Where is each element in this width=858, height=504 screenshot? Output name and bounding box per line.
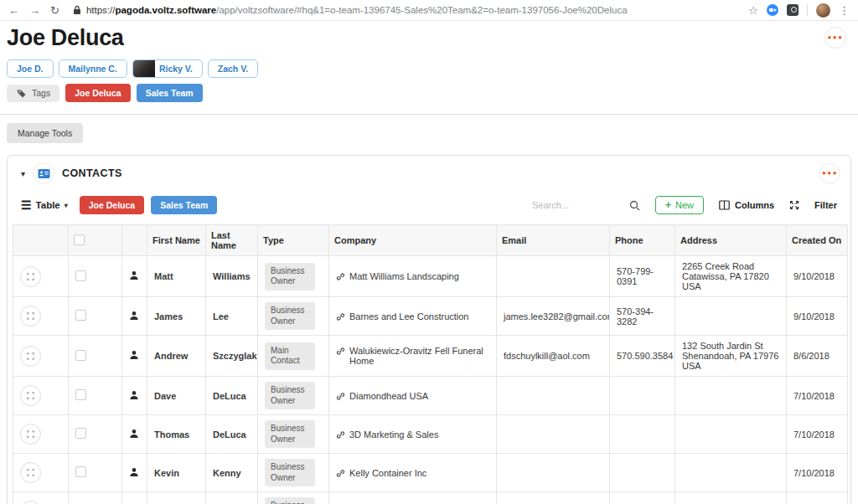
- section-divider: [0, 114, 858, 115]
- type-badge: Business Owner: [265, 420, 315, 448]
- contacts-section-title: CONTACTS: [62, 167, 122, 179]
- col-last-name[interactable]: Last Name: [206, 225, 258, 256]
- expand-button[interactable]: [789, 200, 799, 210]
- col-email[interactable]: Email: [497, 225, 610, 256]
- back-icon[interactable]: ←: [8, 5, 19, 16]
- expand-icon: [789, 200, 799, 210]
- page-options-button[interactable]: ●●●: [824, 27, 846, 49]
- row-checkbox[interactable]: [75, 428, 86, 439]
- company-cell[interactable]: Matt Williams Landscaping: [329, 256, 497, 297]
- address-cell[interactable]: [675, 454, 787, 492]
- columns-button[interactable]: Columns: [719, 200, 774, 210]
- phone-cell[interactable]: 570-799-0391: [610, 256, 675, 297]
- row-checkbox[interactable]: [75, 466, 86, 477]
- new-button[interactable]: + New: [655, 196, 704, 214]
- address-cell[interactable]: [675, 377, 787, 415]
- email-cell[interactable]: james.lee3282@gmail.com: [497, 297, 610, 336]
- type-badge: Business Owner: [265, 263, 315, 291]
- address-cell[interactable]: [675, 297, 787, 336]
- company-cell[interactable]: Hopsie Inc: [329, 492, 497, 504]
- first-name-cell[interactable]: Andrew: [147, 336, 206, 377]
- phone-cell[interactable]: 570.590.3584: [610, 336, 675, 377]
- filter-button[interactable]: Filter: [814, 200, 837, 210]
- filter-tag-joe-deluca[interactable]: Joe Deluca: [80, 196, 144, 214]
- col-first-name[interactable]: First Name: [147, 225, 206, 256]
- person-pill-zach-v[interactable]: Zach V.: [208, 59, 258, 78]
- company-cell[interactable]: Kelly Container Inc: [329, 454, 497, 492]
- person-pill-mailynne-c[interactable]: Mailynne C.: [59, 59, 127, 78]
- col-phone[interactable]: Phone: [610, 225, 675, 256]
- email-cell[interactable]: [497, 454, 610, 492]
- phone-cell[interactable]: [610, 415, 675, 454]
- address-cell[interactable]: 2265 Creek Road Catawissa, PA 17820 USA: [675, 256, 787, 297]
- collapse-caret-icon[interactable]: ▾: [21, 169, 25, 178]
- drag-handle[interactable]: [20, 424, 41, 445]
- address-cell[interactable]: [675, 415, 787, 454]
- move-icon: [26, 311, 35, 321]
- first-name-cell[interactable]: Thomas: [147, 415, 206, 454]
- tags-button[interactable]: Tags: [7, 85, 59, 102]
- phone-cell[interactable]: [610, 454, 675, 492]
- last-name-cell[interactable]: Williams: [206, 256, 258, 297]
- reload-icon[interactable]: ↻: [50, 5, 59, 16]
- browser-menu-icon[interactable]: ⋮: [839, 5, 850, 16]
- select-all-checkbox[interactable]: [74, 234, 85, 245]
- company-cell[interactable]: Diamondhead USA: [329, 377, 497, 415]
- last-name-cell[interactable]: DeLuca: [206, 377, 258, 415]
- last-name-cell[interactable]: Szczyglak: [206, 336, 258, 377]
- email-cell[interactable]: [497, 492, 610, 504]
- company-cell[interactable]: Walukiewicz-Oravitz Fell Funeral Home: [329, 336, 497, 377]
- forward-icon[interactable]: →: [29, 5, 40, 16]
- drag-handle[interactable]: [20, 385, 41, 406]
- first-name-cell[interactable]: Kevin: [147, 454, 206, 492]
- row-checkbox[interactable]: [75, 310, 86, 321]
- contacts-options-button[interactable]: ●●●: [819, 163, 840, 184]
- last-name-cell[interactable]: Kenny: [206, 454, 258, 492]
- tag-joe-deluca[interactable]: Joe Deluca: [65, 84, 130, 102]
- browser-profile-avatar[interactable]: [816, 3, 830, 18]
- filter-tag-sales-team[interactable]: Sales Team: [151, 196, 217, 214]
- person-pill-ricky-v[interactable]: Ricky V.: [132, 59, 203, 78]
- company-cell[interactable]: Barnes and Lee Construction: [329, 297, 497, 336]
- tag-sales-team[interactable]: Sales Team: [137, 84, 203, 102]
- phone-cell[interactable]: [610, 377, 675, 415]
- email-cell[interactable]: [497, 377, 610, 415]
- address-cell[interactable]: 132 South Jardin St Shenandoah, PA 17976…: [675, 336, 787, 377]
- email-cell[interactable]: [497, 415, 610, 454]
- type-cell: Main Contact: [258, 336, 329, 377]
- extension-icon[interactable]: [787, 4, 799, 16]
- drag-handle[interactable]: [20, 346, 41, 367]
- email-cell[interactable]: [497, 256, 610, 297]
- drag-handle[interactable]: [20, 306, 41, 327]
- zoom-extension-icon[interactable]: [767, 4, 778, 16]
- col-created-on[interactable]: Created On: [787, 225, 848, 256]
- last-name-cell[interactable]: DeLuca: [206, 415, 258, 454]
- manage-tools-button[interactable]: Manage Tools: [7, 123, 83, 143]
- drag-handle[interactable]: [20, 266, 41, 287]
- row-checkbox[interactable]: [75, 350, 86, 361]
- person-pill-joe-d[interactable]: Joe D.: [7, 59, 54, 78]
- last-name-cell[interactable]: Lee: [206, 297, 258, 336]
- first-name-cell[interactable]: James: [147, 297, 206, 336]
- search-input[interactable]: [530, 199, 623, 211]
- address-cell[interactable]: [675, 492, 787, 504]
- first-name-cell[interactable]: Alex: [147, 492, 206, 504]
- drag-handle[interactable]: [20, 462, 41, 483]
- first-name-cell[interactable]: Dave: [147, 377, 206, 415]
- search-icon[interactable]: [629, 200, 640, 211]
- bookmark-star-icon[interactable]: ☆: [748, 5, 758, 16]
- phone-cell[interactable]: 570-394-3282: [610, 297, 675, 336]
- row-checkbox[interactable]: [75, 270, 86, 281]
- company-cell[interactable]: 3D Marketing & Sales: [329, 415, 497, 454]
- view-selector[interactable]: ☰ Table ▾: [21, 199, 68, 211]
- first-name-cell[interactable]: Matt: [147, 256, 206, 297]
- address-bar[interactable]: https://pagoda.voltz.software/app/voltzs…: [70, 5, 738, 15]
- drag-handle[interactable]: [20, 501, 41, 504]
- col-type[interactable]: Type: [258, 225, 329, 256]
- last-name-cell[interactable]: Morse: [206, 492, 258, 504]
- col-address[interactable]: Address: [675, 225, 787, 256]
- phone-cell[interactable]: [610, 492, 675, 504]
- email-cell[interactable]: fdschuylkill@aol.com: [497, 336, 610, 377]
- row-checkbox[interactable]: [75, 389, 86, 400]
- col-company[interactable]: Company: [329, 225, 497, 256]
